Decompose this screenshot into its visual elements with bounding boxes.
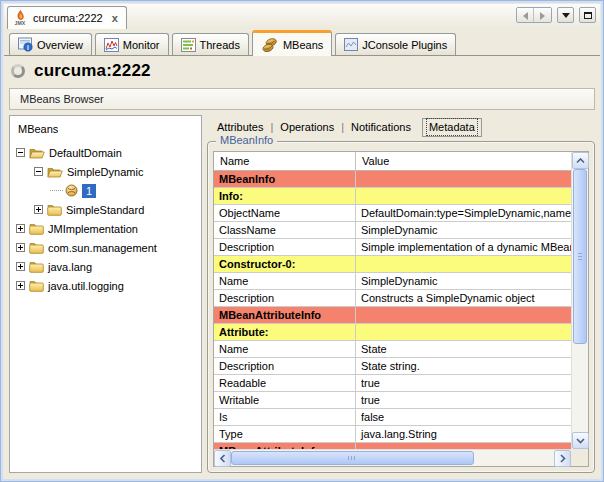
table-row[interactable]: Constructor-0:: [214, 256, 571, 273]
svg-text:i: i: [27, 44, 29, 51]
cell-name: Type: [214, 426, 356, 442]
mbean-icon: [65, 184, 78, 197]
vertical-scroll-thumb[interactable]: [573, 169, 587, 344]
vertical-scrollbar[interactable]: [571, 152, 588, 449]
cell-value: [356, 171, 571, 187]
column-header-name[interactable]: Name: [214, 152, 356, 170]
cell-name: Name: [214, 273, 356, 289]
tab-metadata[interactable]: Metadata: [422, 118, 482, 137]
collapse-toggle-icon[interactable]: [16, 148, 25, 157]
tab-label: JConsole Plugins: [362, 39, 447, 51]
tab-threads[interactable]: Threads: [172, 33, 249, 55]
tab-monitor[interactable]: Monitor: [95, 33, 169, 55]
cell-name: Readable: [214, 375, 356, 391]
mbeans-icon: [261, 38, 279, 52]
monitor-icon: [104, 38, 119, 52]
horizontal-scroll-thumb[interactable]: [231, 451, 474, 465]
connection-tab[interactable]: JMX curcuma:2222 x: [7, 6, 127, 29]
right-arrow-icon: [540, 12, 545, 20]
refresh-spinner-icon: [11, 64, 25, 78]
column-header-value[interactable]: Value: [356, 152, 571, 170]
cell-value: [356, 256, 571, 272]
svg-text:JMX: JMX: [15, 20, 26, 26]
cell-value: [356, 307, 571, 323]
scroll-down-button[interactable]: [572, 432, 589, 449]
cell-value: SimpleDynamic: [356, 222, 571, 238]
scroll-left-button[interactable]: [214, 450, 231, 467]
table-row[interactable]: ObjectName DefaultDomain:type=SimpleDyna…: [214, 205, 571, 222]
tree-header: MBeans: [10, 116, 201, 143]
cell-name: Name: [214, 341, 356, 357]
cell-name: Info:: [214, 188, 356, 204]
folder-closed-icon: [47, 204, 62, 216]
table-row[interactable]: Writable true: [214, 392, 571, 409]
cell-value: java.lang.String: [356, 426, 571, 442]
tree-item-default-domain[interactable]: DefaultDomain: [10, 143, 201, 162]
tab-notifications[interactable]: Notifications: [344, 118, 418, 137]
tab-overview[interactable]: i Overview: [9, 33, 92, 55]
table-row[interactable]: Attribute:: [214, 324, 571, 341]
collapse-toggle-icon[interactable]: [34, 167, 43, 176]
cell-value: false: [356, 409, 571, 425]
folder-closed-icon: [29, 242, 44, 254]
cell-value: State string.: [356, 358, 571, 374]
tree-item-com-sun-management[interactable]: com.sun.management: [10, 238, 201, 257]
close-icon[interactable]: x: [112, 12, 118, 24]
cell-name: MBeanInfo: [214, 171, 356, 187]
table-row[interactable]: Is false: [214, 409, 571, 426]
tree-item-label: SimpleDynamic: [67, 166, 143, 178]
connection-tab-bar: JMX curcuma:2222 x: [4, 4, 600, 29]
tree-item-simple-dynamic[interactable]: SimpleDynamic: [10, 162, 201, 181]
table-row[interactable]: MBeanAttributeInfo: [214, 307, 571, 324]
table-row[interactable]: Info:: [214, 188, 571, 205]
table-row[interactable]: Description Constructs a SimpleDynamic o…: [214, 290, 571, 307]
tree-item-jm-implementation[interactable]: JMImplementation: [10, 219, 201, 238]
table-row[interactable]: Readable true: [214, 375, 571, 392]
expand-toggle-icon[interactable]: [16, 224, 25, 233]
connection-tab-title: curcuma:2222: [33, 12, 103, 24]
table-row[interactable]: MBeanInfo: [214, 171, 571, 188]
vertical-scroll-track[interactable]: [572, 344, 588, 432]
expand-toggle-icon[interactable]: [16, 262, 25, 271]
table-row[interactable]: Name SimpleDynamic: [214, 273, 571, 290]
cell-value: true: [356, 392, 571, 408]
table-row[interactable]: ClassName SimpleDynamic: [214, 222, 571, 239]
mbean-detail-panel: Attributes | Operations | Notifications …: [207, 115, 595, 473]
tab-operations[interactable]: Operations: [273, 118, 341, 137]
nav-back-button[interactable]: [517, 8, 534, 23]
maximize-button[interactable]: [579, 7, 596, 23]
tab-label: Metadata: [429, 121, 475, 133]
scroll-left-icon: [220, 454, 226, 463]
main-tab-bar: i Overview Monitor: [4, 29, 600, 56]
tree-item-simple-standard[interactable]: SimpleStandard: [10, 200, 201, 219]
table-row[interactable]: Description Simple implementation of a d…: [214, 239, 571, 256]
maximize-icon: [584, 12, 592, 19]
table-row[interactable]: Type java.lang.String: [214, 426, 571, 443]
horizontal-scroll-track[interactable]: [474, 450, 554, 466]
connection-title: curcuma:2222: [34, 61, 151, 81]
nav-forward-button[interactable]: [534, 8, 551, 23]
horizontal-scrollbar[interactable]: [214, 449, 571, 466]
scrollbar-corner: [571, 449, 588, 466]
tree-item-java-lang[interactable]: java.lang: [10, 257, 201, 276]
window-menu-button[interactable]: [557, 7, 574, 23]
folder-open-icon: [29, 147, 45, 159]
scroll-right-button[interactable]: [554, 450, 571, 467]
tab-jconsole-plugins[interactable]: JConsole Plugins: [335, 33, 456, 55]
expand-toggle-icon[interactable]: [16, 243, 25, 252]
cell-name: ClassName: [214, 222, 356, 238]
tree-item-java-util-logging[interactable]: java.util.logging: [10, 276, 201, 295]
expand-toggle-icon[interactable]: [16, 281, 25, 290]
tab-mbeans[interactable]: MBeans: [252, 30, 332, 56]
tree-item-mbean-1[interactable]: 1: [10, 181, 201, 200]
mbeans-tree-panel: MBeans DefaultDomain: [9, 115, 202, 473]
scroll-up-button[interactable]: [572, 152, 589, 169]
table-row[interactable]: Name State: [214, 341, 571, 358]
cell-name: Is: [214, 409, 356, 425]
mbeaninfo-panel: MBeanInfo Name Value MBeanInfo Info:: [207, 141, 595, 473]
expand-toggle-icon[interactable]: [34, 205, 43, 214]
table-row[interactable]: Description State string.: [214, 358, 571, 375]
plugins-icon: [344, 38, 358, 51]
left-arrow-icon: [523, 12, 528, 20]
tree-item-label: java.lang: [48, 261, 92, 273]
